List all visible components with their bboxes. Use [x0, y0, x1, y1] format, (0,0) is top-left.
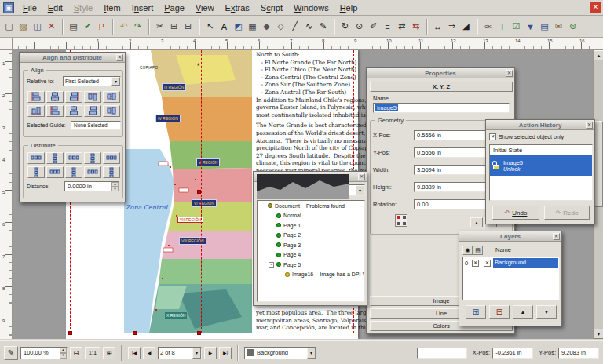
vertical-ruler[interactable]: 123456789: [0, 50, 13, 339]
distribute-button-4[interactable]: [84, 152, 101, 164]
insert-image-frame-button[interactable]: ◩: [232, 18, 245, 35]
distribute-button-6[interactable]: [27, 166, 45, 178]
close-icon[interactable]: ✕: [358, 173, 365, 180]
previous-page-button[interactable]: ◀: [143, 347, 155, 359]
align-button-2[interactable]: [46, 91, 64, 103]
name-input[interactable]: Image5: [373, 103, 510, 113]
menu-file[interactable]: File: [17, 1, 42, 15]
preflight-row[interactable]: Page 3: [258, 240, 364, 250]
distance-input[interactable]: 0.0000 in ▲▼: [64, 181, 119, 191]
preflight-row[interactable]: -Page 5: [258, 260, 364, 270]
spinner-arrows-icon[interactable]: ▲▼: [60, 348, 67, 359]
pencil-icon[interactable]: ✎: [4, 346, 18, 360]
preflight-row[interactable]: Normal: [258, 211, 364, 221]
menu-insert[interactable]: Insert: [126, 1, 159, 15]
distribute-button-7[interactable]: [46, 166, 64, 178]
insert-bezier-button[interactable]: ∿: [302, 18, 316, 35]
distribute-button-8[interactable]: [65, 166, 82, 178]
pdf-push-button-button[interactable]: OK: [481, 18, 495, 35]
undo-button[interactable]: ↶ Undo: [492, 206, 539, 220]
zoom-in-button[interactable]: ⊕: [103, 347, 115, 359]
scroll-down-icon[interactable]: ▼: [594, 329, 603, 339]
next-page-button[interactable]: ▶: [204, 347, 217, 359]
layers-titlebar[interactable]: Layers ✕: [459, 231, 561, 242]
paste-button[interactable]: ⊟: [181, 18, 195, 35]
zoom-out-button[interactable]: ⊖: [70, 347, 82, 359]
selection-handle[interactable]: [68, 331, 72, 335]
menu-item[interactable]: Item: [98, 1, 126, 15]
pdf-text-annotation-button[interactable]: ✉: [552, 18, 565, 35]
menu-script[interactable]: Script: [255, 1, 288, 15]
spinner-arrows-icon[interactable]: ▲▼: [111, 182, 119, 191]
scroll-up-icon[interactable]: ▲: [594, 50, 603, 60]
save-document-button[interactable]: ◫: [31, 18, 44, 35]
zoom-button[interactable]: ⊙: [353, 18, 366, 35]
history-row[interactable]: Initial State: [490, 145, 592, 155]
add-layer-button[interactable]: ⊞: [466, 305, 486, 318]
preflight-row[interactable]: Page 2: [258, 231, 364, 241]
insert-shape-button[interactable]: ◆: [260, 18, 273, 35]
preflight-row[interactable]: Page 1: [258, 220, 364, 231]
pdf-list-box-button[interactable]: ▤: [538, 18, 551, 35]
horizontal-ruler[interactable]: 12345678910111213141516: [13, 38, 603, 50]
selection-handle[interactable]: [133, 331, 137, 335]
insert-polygon-button[interactable]: ◇: [274, 18, 287, 35]
copy-properties-button[interactable]: ⇒: [445, 18, 459, 35]
align-button-9[interactable]: [84, 105, 101, 117]
distribute-button-3[interactable]: [65, 152, 82, 164]
close-icon[interactable]: ✕: [506, 70, 513, 77]
close-icon[interactable]: ✕: [586, 122, 593, 129]
section-xyz-button[interactable]: X, Y, Z: [370, 82, 513, 92]
preflight-row[interactable]: Page 4: [258, 250, 364, 260]
selection-handle[interactable]: [197, 190, 201, 194]
pdf-link-annotation-button[interactable]: ⊚: [566, 18, 579, 35]
menu-extras[interactable]: Extras: [220, 1, 255, 15]
eyedropper-button[interactable]: ◢: [459, 18, 473, 35]
distribute-button-2[interactable]: [46, 152, 64, 164]
menu-style[interactable]: Style: [68, 1, 98, 15]
rotate-item-button[interactable]: ↻: [338, 18, 352, 35]
edit-contents-button[interactable]: ✐: [367, 18, 380, 35]
page-select[interactable]: 2 of 8 ▾: [158, 347, 202, 359]
link-text-frames-button[interactable]: ⇄: [395, 18, 408, 35]
close-icon[interactable]: ✕: [116, 54, 123, 61]
last-page-button[interactable]: ▶|: [219, 347, 232, 359]
measurements-button[interactable]: ↔: [431, 18, 444, 35]
layer-print-checkbox[interactable]: ✕: [484, 260, 491, 267]
history-row-selected[interactable]: Image5 Unlock: [490, 155, 592, 176]
align-button-7[interactable]: [46, 105, 64, 117]
close-document-button[interactable]: ✕: [45, 18, 58, 35]
align-button-6[interactable]: [27, 105, 45, 117]
show-selected-checkbox[interactable]: ✕: [489, 133, 496, 140]
align-button-5[interactable]: [103, 91, 120, 103]
menu-page[interactable]: Page: [159, 1, 190, 15]
close-icon[interactable]: ✕: [553, 233, 560, 240]
new-document-button[interactable]: ▢: [2, 18, 16, 35]
insert-line-button[interactable]: ╱: [288, 18, 302, 35]
preflight-verifier-button[interactable]: ✔: [81, 18, 94, 35]
preflight-list[interactable]: DocumentProblems foundNormalPage 1Page 2…: [257, 200, 365, 302]
history-list[interactable]: Initial State Image5 Unlock: [489, 144, 593, 201]
insert-freehand-button[interactable]: ✎: [316, 18, 330, 35]
pdf-checkbox-button[interactable]: ☑: [510, 18, 523, 35]
insert-table-button[interactable]: ▦: [246, 18, 259, 35]
level-raise-button[interactable]: ▲: [470, 217, 483, 228]
raise-layer-button[interactable]: ▲: [513, 305, 533, 318]
first-page-button[interactable]: |◀: [128, 347, 141, 359]
print-document-button[interactable]: ▤: [67, 18, 80, 35]
expander-icon[interactable]: -: [269, 262, 274, 268]
export-pdf-button[interactable]: P: [95, 18, 108, 35]
align-button-4[interactable]: [84, 91, 101, 103]
align-button-10[interactable]: [103, 105, 120, 117]
lower-layer-button[interactable]: ▼: [536, 305, 557, 318]
zoom-input[interactable]: 100.00 % ▲▼: [20, 347, 68, 359]
cut-button[interactable]: ✂: [153, 18, 166, 35]
distribute-button-9[interactable]: [84, 166, 101, 178]
statusbar-message-field[interactable]: [417, 348, 467, 359]
pdf-combo-box-button[interactable]: ▼: [524, 18, 537, 35]
open-document-button[interactable]: ▨: [16, 18, 30, 35]
menu-edit[interactable]: Edit: [42, 1, 68, 15]
menu-windows[interactable]: Windows: [288, 1, 334, 15]
window-close-button[interactable]: ✕: [590, 2, 601, 13]
redo-button[interactable]: ↷: [131, 18, 144, 35]
